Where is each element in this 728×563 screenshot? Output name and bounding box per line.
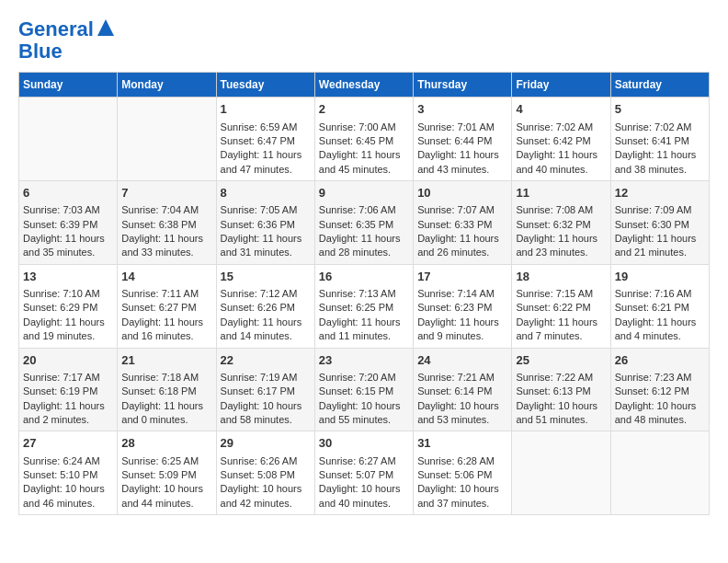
calendar-cell: 23Sunrise: 7:20 AMSunset: 6:15 PMDayligh… xyxy=(314,348,413,431)
cell-text: Daylight: 11 hours and 11 minutes. xyxy=(319,316,409,344)
cell-text: Daylight: 11 hours and 31 minutes. xyxy=(221,232,311,260)
cell-text: Sunset: 6:25 PM xyxy=(319,301,409,315)
cell-text: Daylight: 11 hours and 43 minutes. xyxy=(417,148,507,177)
calendar-cell: 18Sunrise: 7:15 AMSunset: 6:22 PMDayligh… xyxy=(512,264,610,348)
day-number: 21 xyxy=(121,352,211,369)
weekday-header: Sunday xyxy=(19,73,118,98)
calendar-cell: 25Sunrise: 7:22 AMSunset: 6:13 PMDayligh… xyxy=(512,348,610,431)
calendar-cell: 26Sunrise: 7:23 AMSunset: 6:12 PMDayligh… xyxy=(610,348,709,431)
cell-text: Sunset: 6:29 PM xyxy=(23,301,113,315)
day-number: 27 xyxy=(23,435,113,452)
cell-text: Sunset: 6:12 PM xyxy=(615,385,705,398)
calendar-cell: 3Sunrise: 7:01 AMSunset: 6:44 PMDaylight… xyxy=(414,98,512,181)
day-number: 28 xyxy=(121,435,211,452)
day-number: 4 xyxy=(516,101,606,118)
cell-text: Sunrise: 7:01 AM xyxy=(417,121,507,134)
cell-text: Daylight: 10 hours and 58 minutes. xyxy=(221,399,311,428)
calendar-cell: 12Sunrise: 7:09 AMSunset: 6:30 PMDayligh… xyxy=(610,181,709,265)
weekday-header: Wednesday xyxy=(314,73,413,98)
day-number: 6 xyxy=(23,185,113,201)
logo-blue: Blue xyxy=(18,40,63,63)
calendar-week-row: 6Sunrise: 7:03 AMSunset: 6:39 PMDaylight… xyxy=(19,181,710,265)
day-number: 7 xyxy=(121,185,211,201)
cell-text: Sunrise: 7:13 AM xyxy=(319,287,409,301)
cell-text: Daylight: 11 hours and 4 minutes. xyxy=(615,316,705,344)
cell-text: Sunset: 5:06 PM xyxy=(417,468,507,482)
cell-text: Sunset: 6:27 PM xyxy=(121,301,211,315)
calendar-cell: 17Sunrise: 7:14 AMSunset: 6:23 PMDayligh… xyxy=(414,264,512,348)
cell-text: Daylight: 11 hours and 7 minutes. xyxy=(516,316,606,344)
day-number: 14 xyxy=(121,269,211,285)
calendar-week-row: 27Sunrise: 6:24 AMSunset: 5:10 PMDayligh… xyxy=(19,431,710,515)
cell-text: Sunset: 6:19 PM xyxy=(23,385,113,398)
calendar-cell: 31Sunrise: 6:28 AMSunset: 5:06 PMDayligh… xyxy=(414,431,512,515)
calendar-cell: 7Sunrise: 7:04 AMSunset: 6:38 PMDaylight… xyxy=(118,181,216,265)
cell-text: Daylight: 11 hours and 33 minutes. xyxy=(121,232,211,260)
cell-text: Daylight: 10 hours and 51 minutes. xyxy=(516,399,606,428)
weekday-header: Thursday xyxy=(414,73,512,98)
cell-text: Daylight: 11 hours and 26 minutes. xyxy=(417,232,507,260)
cell-text: Sunset: 6:39 PM xyxy=(23,218,113,232)
cell-text: Sunset: 6:41 PM xyxy=(615,134,705,148)
calendar-cell xyxy=(610,431,709,515)
cell-text: Sunrise: 7:03 AM xyxy=(23,203,113,217)
weekday-header: Tuesday xyxy=(216,73,314,98)
day-number: 12 xyxy=(615,185,705,201)
cell-text: Sunset: 6:38 PM xyxy=(121,218,211,232)
day-number: 31 xyxy=(417,435,507,452)
cell-text: Sunrise: 7:04 AM xyxy=(121,203,211,217)
calendar-cell: 4Sunrise: 7:02 AMSunset: 6:42 PMDaylight… xyxy=(512,98,610,181)
weekday-header-row: SundayMondayTuesdayWednesdayThursdayFrid… xyxy=(19,73,710,98)
cell-text: Sunrise: 7:02 AM xyxy=(516,121,606,134)
cell-text: Daylight: 10 hours and 40 minutes. xyxy=(319,482,409,511)
calendar-cell: 15Sunrise: 7:12 AMSunset: 6:26 PMDayligh… xyxy=(216,264,314,348)
calendar-cell: 27Sunrise: 6:24 AMSunset: 5:10 PMDayligh… xyxy=(19,431,118,515)
svg-marker-0 xyxy=(97,19,114,36)
cell-text: Sunset: 6:18 PM xyxy=(121,385,211,398)
calendar-week-row: 13Sunrise: 7:10 AMSunset: 6:29 PMDayligh… xyxy=(19,264,710,348)
cell-text: Daylight: 10 hours and 53 minutes. xyxy=(417,399,507,428)
cell-text: Sunrise: 7:15 AM xyxy=(516,287,606,301)
day-number: 18 xyxy=(516,269,606,285)
calendar-table: SundayMondayTuesdayWednesdayThursdayFrid… xyxy=(18,72,710,515)
cell-text: Sunrise: 7:19 AM xyxy=(221,371,311,385)
day-number: 5 xyxy=(615,101,705,118)
calendar-cell: 16Sunrise: 7:13 AMSunset: 6:25 PMDayligh… xyxy=(314,264,413,348)
logo: General Blue xyxy=(18,18,116,63)
calendar-cell: 28Sunrise: 6:25 AMSunset: 5:09 PMDayligh… xyxy=(118,431,216,515)
cell-text: Daylight: 10 hours and 46 minutes. xyxy=(23,482,113,511)
day-number: 1 xyxy=(221,101,311,118)
cell-text: Sunset: 6:42 PM xyxy=(516,134,606,148)
cell-text: Sunrise: 7:12 AM xyxy=(221,287,311,301)
day-number: 24 xyxy=(417,352,507,369)
cell-text: Sunrise: 7:09 AM xyxy=(615,203,705,217)
day-number: 22 xyxy=(221,352,311,369)
cell-text: Sunrise: 7:16 AM xyxy=(615,287,705,301)
calendar-cell: 30Sunrise: 6:27 AMSunset: 5:07 PMDayligh… xyxy=(314,431,413,515)
cell-text: Sunset: 5:09 PM xyxy=(121,468,211,482)
calendar-cell: 29Sunrise: 6:26 AMSunset: 5:08 PMDayligh… xyxy=(216,431,314,515)
calendar-week-row: 20Sunrise: 7:17 AMSunset: 6:19 PMDayligh… xyxy=(19,348,710,431)
cell-text: Daylight: 11 hours and 23 minutes. xyxy=(516,232,606,260)
cell-text: Sunset: 6:33 PM xyxy=(417,218,507,232)
cell-text: Daylight: 10 hours and 42 minutes. xyxy=(221,482,311,511)
day-number: 8 xyxy=(221,185,311,201)
cell-text: Sunset: 6:23 PM xyxy=(417,301,507,315)
cell-text: Sunrise: 7:08 AM xyxy=(516,203,606,217)
cell-text: Sunrise: 7:22 AM xyxy=(516,371,606,385)
calendar-cell: 6Sunrise: 7:03 AMSunset: 6:39 PMDaylight… xyxy=(19,181,118,265)
calendar-cell: 20Sunrise: 7:17 AMSunset: 6:19 PMDayligh… xyxy=(19,348,118,431)
cell-text: Sunset: 5:10 PM xyxy=(23,468,113,482)
cell-text: Sunset: 6:17 PM xyxy=(221,385,311,398)
cell-text: Daylight: 11 hours and 2 minutes. xyxy=(23,399,113,428)
cell-text: Daylight: 10 hours and 48 minutes. xyxy=(615,399,705,428)
calendar-cell: 13Sunrise: 7:10 AMSunset: 6:29 PMDayligh… xyxy=(19,264,118,348)
calendar-cell xyxy=(512,431,610,515)
calendar-cell: 21Sunrise: 7:18 AMSunset: 6:18 PMDayligh… xyxy=(118,348,216,431)
cell-text: Sunrise: 7:05 AM xyxy=(221,203,311,217)
cell-text: Sunrise: 6:59 AM xyxy=(221,121,311,134)
cell-text: Sunrise: 7:17 AM xyxy=(23,371,113,385)
calendar-cell: 11Sunrise: 7:08 AMSunset: 6:32 PMDayligh… xyxy=(512,181,610,265)
cell-text: Sunset: 5:07 PM xyxy=(319,468,409,482)
cell-text: Sunrise: 7:00 AM xyxy=(319,121,409,134)
